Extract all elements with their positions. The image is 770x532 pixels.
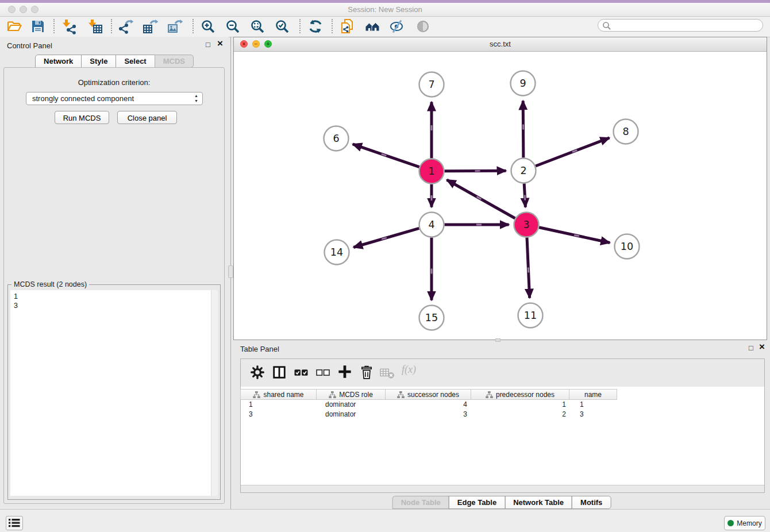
tab-network[interactable]: Network bbox=[35, 55, 82, 68]
result-scrollbar[interactable] bbox=[211, 290, 218, 496]
toolbar-separator bbox=[332, 19, 333, 33]
table-bottom-strip bbox=[241, 485, 764, 492]
tab-node-table[interactable]: Node Table bbox=[392, 496, 449, 509]
window-title: Session: New Session bbox=[0, 5, 770, 14]
cell-successor-nodes[interactable]: 3 bbox=[387, 410, 473, 419]
zoom-fit-icon[interactable] bbox=[249, 18, 265, 34]
export-image-icon[interactable] bbox=[167, 18, 183, 34]
zoom-selected-icon[interactable] bbox=[274, 18, 290, 34]
memory-status-dot bbox=[727, 520, 734, 526]
open-session-icon[interactable] bbox=[6, 18, 22, 34]
column-header-successor-nodes[interactable]: successor nodes bbox=[385, 389, 471, 400]
column-label: shared name bbox=[263, 391, 303, 399]
tab-style[interactable]: Style bbox=[81, 55, 116, 68]
cell-predecessor-nodes[interactable]: 2 bbox=[473, 410, 572, 419]
column-selector-icon[interactable] bbox=[272, 365, 286, 379]
run-mcds-button[interactable]: Run MCDS bbox=[55, 111, 109, 124]
export-table-icon[interactable] bbox=[142, 18, 158, 34]
delete-column-icon[interactable] bbox=[380, 367, 395, 380]
cytoscape-app: Session: New Session bbox=[0, 0, 770, 532]
cell-shared-name[interactable]: 3 bbox=[241, 410, 317, 419]
tab-motifs[interactable]: Motifs bbox=[572, 496, 611, 509]
node-label-3: 3 bbox=[523, 219, 529, 230]
column-header-MCDS-role[interactable]: MCDS role bbox=[316, 389, 386, 400]
column-label: successor nodes bbox=[407, 391, 459, 399]
column-label: name bbox=[584, 391, 602, 399]
criterion-select[interactable]: strongly connected component ▲ ▼ bbox=[26, 92, 203, 105]
mcds-result-title: MCDS result (2 nodes) bbox=[11, 280, 89, 288]
import-table-icon[interactable] bbox=[87, 18, 103, 34]
column-header-name[interactable]: name bbox=[569, 389, 617, 400]
tab-network-table[interactable]: Network Table bbox=[505, 496, 572, 509]
delete-row-icon[interactable] bbox=[360, 365, 374, 380]
zoom-in-icon[interactable] bbox=[200, 18, 216, 34]
search-icon bbox=[602, 21, 611, 30]
up-arrow-icon: ▲ bbox=[194, 93, 198, 98]
cell-name[interactable]: 3 bbox=[572, 410, 620, 419]
node-label-9: 9 bbox=[519, 78, 526, 89]
tab-mcds[interactable]: MCDS bbox=[155, 55, 194, 68]
table-header-row: shared nameMCDS rolesuccessor nodesprede… bbox=[241, 389, 617, 400]
column-header-shared-name[interactable]: shared name bbox=[240, 389, 317, 400]
refresh-icon[interactable] bbox=[307, 18, 324, 34]
edge-handle bbox=[475, 170, 480, 172]
column-header-predecessor-nodes[interactable]: predecessor nodes bbox=[471, 389, 569, 400]
table-tabs: Node TableEdge TableNetwork TableMotifs bbox=[392, 496, 611, 509]
tab-edge-table[interactable]: Edge Table bbox=[449, 496, 505, 509]
cell-shared-name[interactable]: 1 bbox=[241, 400, 317, 410]
float-table-panel-icon[interactable]: □ bbox=[749, 344, 753, 352]
memory-label: Memory bbox=[737, 519, 761, 527]
hide-eye-icon[interactable] bbox=[389, 18, 405, 34]
edge-handle bbox=[431, 195, 433, 201]
select-all-icon[interactable] bbox=[294, 368, 308, 377]
window-titlebar[interactable]: Session: New Session bbox=[0, 3, 770, 17]
node-label-7: 7 bbox=[428, 79, 434, 90]
mcds-result-area: 1 3 bbox=[10, 290, 218, 496]
memory-button[interactable]: Memory bbox=[724, 516, 765, 530]
toolbar-separator bbox=[53, 19, 55, 33]
float-panel-icon[interactable]: □ bbox=[206, 40, 210, 49]
table-panel-title: Table Panel bbox=[240, 345, 279, 353]
export-network-icon[interactable] bbox=[117, 18, 133, 34]
mcds-panel: Optimization criterion: strongly connect… bbox=[3, 67, 225, 504]
toolbar-separator bbox=[299, 19, 301, 33]
houses-icon[interactable] bbox=[364, 18, 380, 34]
close-panel-button[interactable]: Close panel bbox=[117, 111, 177, 124]
cell-MCDS-role[interactable]: dominator bbox=[317, 410, 387, 419]
network-window-titlebar[interactable]: × − + scc.txt bbox=[234, 37, 767, 52]
clone-network-icon[interactable] bbox=[339, 18, 355, 34]
zoom-out-icon[interactable] bbox=[225, 18, 241, 34]
close-panel-icon[interactable]: × bbox=[217, 38, 223, 48]
cell-MCDS-role[interactable]: dominator bbox=[317, 400, 387, 410]
settings-gear-icon[interactable] bbox=[251, 365, 264, 379]
import-network-icon[interactable] bbox=[61, 18, 77, 34]
task-history-button[interactable] bbox=[6, 516, 23, 530]
network-canvas[interactable]: 7968124314101511 bbox=[234, 51, 767, 340]
mcds-result-text[interactable]: 1 3 bbox=[14, 292, 209, 495]
optimization-label: Optimization criterion: bbox=[4, 78, 224, 87]
search-input[interactable] bbox=[613, 20, 760, 32]
network-graph[interactable]: 7968124314101511 bbox=[234, 51, 767, 340]
node-label-8: 8 bbox=[622, 126, 629, 137]
list-icon bbox=[8, 517, 21, 529]
close-table-panel-icon[interactable]: × bbox=[759, 342, 765, 352]
deselect-all-icon[interactable] bbox=[316, 368, 330, 377]
hierarchy-icon bbox=[397, 391, 405, 398]
tab-select[interactable]: Select bbox=[116, 55, 155, 68]
save-session-icon[interactable] bbox=[30, 18, 46, 34]
network-window[interactable]: × − + scc.txt 7968124314101511 bbox=[233, 37, 767, 340]
column-label: predecessor nodes bbox=[496, 391, 555, 399]
cell-name[interactable]: 1 bbox=[572, 400, 620, 410]
table-row[interactable]: 1dominator411 bbox=[241, 400, 764, 410]
panel-divider-handle[interactable] bbox=[228, 265, 233, 278]
add-row-icon[interactable] bbox=[337, 364, 352, 379]
edge-handle bbox=[431, 125, 433, 130]
disabled-eye-icon[interactable] bbox=[415, 18, 431, 34]
cell-successor-nodes[interactable]: 4 bbox=[387, 400, 473, 410]
table-row[interactable]: 3dominator323 bbox=[241, 410, 764, 419]
search-box[interactable] bbox=[598, 19, 763, 32]
function-builder-icon[interactable]: f(x) bbox=[402, 364, 416, 376]
toolbar-separator bbox=[111, 19, 112, 33]
node-label-10: 10 bbox=[621, 241, 633, 252]
cell-predecessor-nodes[interactable]: 1 bbox=[473, 400, 572, 410]
